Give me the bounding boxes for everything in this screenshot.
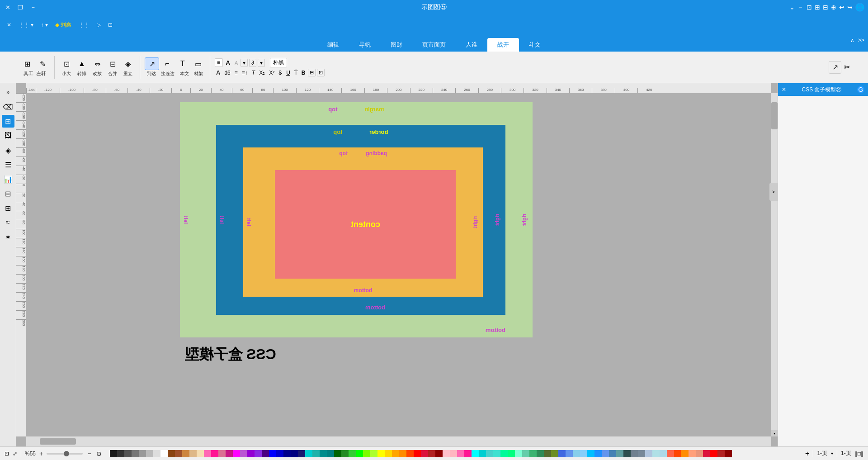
color-swatch[interactable] — [616, 450, 623, 457]
color-swatch[interactable] — [197, 450, 204, 457]
close-button[interactable]: ✕ — [4, 3, 12, 11]
align-right-btn[interactable]: ≡ — [215, 58, 223, 67]
color-swatch[interactable] — [587, 450, 594, 457]
color-swatch[interactable] — [204, 450, 211, 457]
color-swatch[interactable] — [717, 450, 725, 457]
color-swatch[interactable] — [356, 450, 363, 457]
color-swatch[interactable] — [363, 450, 370, 457]
page-dropdown-btn[interactable]: ▾ — [831, 451, 833, 456]
color-swatch[interactable] — [262, 450, 269, 457]
scrollbar-arrow-down[interactable]: ▾ — [771, 430, 778, 436]
color-swatch[interactable] — [566, 450, 573, 457]
sup-btn[interactable]: X² — [268, 69, 276, 76]
color-swatch[interactable] — [493, 450, 500, 457]
sidebar-list[interactable]: ☰ — [2, 158, 14, 171]
tab-finance[interactable]: 图财 — [381, 38, 412, 52]
color-swatch[interactable] — [226, 450, 233, 457]
add-page-btn[interactable]: + — [805, 450, 809, 458]
tb1-play[interactable]: ▷ — [94, 21, 103, 29]
color-swatch[interactable] — [443, 450, 450, 457]
fit-btn[interactable]: ⊡ — [5, 451, 9, 457]
color-swatch[interactable] — [320, 450, 327, 457]
tool-merge[interactable]: ⊟ — [105, 57, 120, 70]
tab-guide[interactable]: 导帆 — [349, 38, 381, 52]
color-swatch[interactable] — [233, 450, 240, 457]
color-swatch[interactable] — [312, 450, 320, 457]
tool-reset[interactable]: ◈ — [121, 57, 135, 70]
sidebar-image[interactable]: 🖼 — [2, 129, 14, 142]
color-swatch[interactable] — [146, 450, 153, 457]
color-swatch[interactable] — [623, 450, 631, 457]
sidebar-table[interactable]: ⊟ — [2, 187, 14, 200]
color-swatch[interactable] — [334, 450, 341, 457]
tool-grid[interactable]: ⊞ — [20, 57, 34, 70]
color-swatch[interactable] — [696, 450, 703, 457]
color-swatch[interactable] — [218, 450, 226, 457]
panel-close-btn[interactable]: ✕ — [782, 86, 786, 93]
color-swatch[interactable] — [283, 450, 291, 457]
color-swatch[interactable] — [240, 450, 247, 457]
color-swatch[interactable] — [486, 450, 493, 457]
color-swatch[interactable] — [399, 450, 406, 457]
color-swatch[interactable] — [392, 450, 399, 457]
minimize-button[interactable]: － — [29, 3, 37, 11]
color-swatch[interactable] — [269, 450, 276, 457]
italic-btn[interactable]: T — [250, 69, 256, 76]
color-swatch[interactable] — [594, 450, 602, 457]
tool-flip[interactable]: ⇔ — [90, 57, 104, 70]
bold-font-btn[interactable]: A — [215, 69, 222, 76]
collapse-icon[interactable]: ∧ — [850, 37, 854, 43]
scrollbar-bottom[interactable] — [26, 436, 771, 446]
align-btn[interactable]: ⊡ — [317, 69, 325, 76]
tb1-close[interactable]: ✕ — [5, 21, 14, 29]
view-mode-btn[interactable]: ‖□‖ — [855, 451, 863, 457]
color-swatch[interactable] — [638, 450, 645, 457]
sidebar-expand[interactable]: » — [2, 86, 14, 99]
color-swatch[interactable] — [674, 450, 681, 457]
color-swatch[interactable] — [660, 450, 667, 457]
color-swatch[interactable] — [508, 450, 515, 457]
color-swatch[interactable] — [435, 450, 443, 457]
sidebar-waves[interactable]: ≈ — [2, 216, 14, 229]
color-swatch[interactable] — [537, 450, 544, 457]
color-swatch[interactable] — [609, 450, 616, 457]
font-size-btn[interactable]: A — [224, 58, 232, 67]
indent-btn[interactable]: ≡↑ — [241, 69, 249, 76]
tool-size[interactable]: ⊡ — [59, 57, 74, 70]
tb1-connect[interactable]: ⋮⋮ — [76, 21, 92, 29]
color-swatch[interactable] — [472, 450, 479, 457]
color-swatch[interactable] — [681, 450, 689, 457]
font-select[interactable]: 朴黑 — [270, 58, 287, 67]
sidebar-eraser[interactable]: ⌫ — [2, 100, 14, 113]
tool-text[interactable]: T — [175, 57, 190, 70]
color-swatch[interactable] — [667, 450, 674, 457]
dropdown1[interactable]: ▾ — [241, 59, 248, 67]
tool-pointer[interactable]: ↗ — [145, 57, 159, 70]
tab-page[interactable]: 页市面页 — [412, 38, 456, 52]
redo-button[interactable]: ↪ — [847, 4, 853, 11]
color-swatch[interactable] — [327, 450, 334, 457]
color-swatch[interactable] — [414, 450, 421, 457]
strike2-btn[interactable]: S̶ — [277, 69, 283, 76]
color-swatch[interactable] — [189, 450, 197, 457]
color-swatch[interactable] — [645, 450, 652, 457]
color-swatch[interactable] — [652, 450, 660, 457]
color-swatch[interactable] — [377, 450, 385, 457]
panel-expand-btn[interactable]: > — [769, 183, 778, 201]
copy-button[interactable]: ❒ — [16, 3, 24, 11]
tab-who[interactable]: 人谁 — [456, 38, 487, 52]
fullscreen-btn[interactable]: ⤢ — [13, 451, 17, 457]
tb1-arrow[interactable]: ↑ ▾ — [38, 21, 50, 29]
sidebar-grid[interactable]: ⊞ — [2, 115, 14, 128]
underline-btn[interactable]: U — [285, 69, 292, 76]
tool-pencil[interactable]: ✎ — [35, 57, 50, 70]
expand-icon[interactable]: >> — [858, 37, 864, 43]
tool-frame[interactable]: ▭ — [191, 57, 205, 70]
tb1-table[interactable]: ⊡ — [106, 21, 115, 29]
color-swatch[interactable] — [500, 450, 508, 457]
sub-btn[interactable]: X₂ — [258, 69, 266, 76]
color-swatch[interactable] — [168, 450, 175, 457]
color-swatch[interactable] — [175, 450, 182, 457]
color-swatch[interactable] — [370, 450, 377, 457]
color-swatch[interactable] — [298, 450, 305, 457]
